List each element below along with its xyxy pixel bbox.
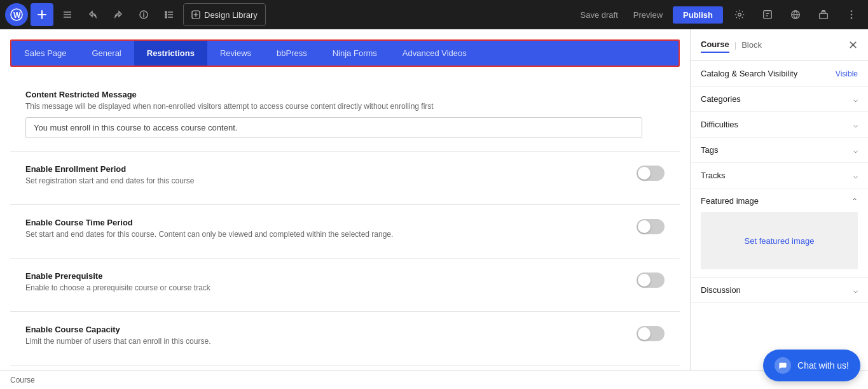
- catalog-label: Catalog & Search Visibility: [701, 69, 797, 78]
- tab-sales-page[interactable]: Sales Page: [11, 41, 79, 66]
- design-library-label: Design Library: [204, 10, 258, 20]
- tools-icon[interactable]: [56, 3, 79, 26]
- course-time-desc: Set start and end dates for this course.…: [25, 230, 637, 239]
- course-time-toggle[interactable]: [637, 219, 665, 234]
- sidebar-body: Catalog & Search Visibility Visible Cate…: [691, 61, 868, 370]
- top-bar-right: Save draft Preview Publish: [575, 3, 863, 26]
- enrollment-period-toggle[interactable]: [637, 166, 665, 181]
- tabs-container: Sales Page General Restrictions Reviews …: [10, 39, 680, 67]
- tabs-row: Sales Page General Restrictions Reviews …: [11, 41, 679, 66]
- bottom-bar: Course: [0, 370, 868, 389]
- sidebar-item-categories[interactable]: Categories ⌵: [691, 87, 868, 112]
- prerequisite-section: Enable Prerequisite Enable to choose a p…: [10, 258, 680, 312]
- difficulties-chevron-icon: ⌵: [853, 120, 858, 129]
- discussion-chevron-icon: ⌵: [853, 286, 858, 295]
- sidebar-item-tags[interactable]: Tags ⌵: [691, 138, 868, 163]
- svg-rect-4: [165, 14, 167, 15]
- content-restricted-section: Content Restricted Message This message …: [10, 77, 680, 152]
- difficulties-label: Difficulties: [701, 120, 738, 129]
- svg-point-7: [738, 13, 741, 17]
- course-time-row: Enable Course Time Period Set start and …: [25, 218, 665, 245]
- categories-chevron-icon: ⌵: [853, 95, 858, 104]
- svg-rect-3: [165, 11, 167, 13]
- redo-icon[interactable]: [107, 3, 130, 26]
- sidebar-item-discussion[interactable]: Discussion ⌵: [691, 278, 868, 303]
- chat-icon: [775, 357, 791, 374]
- tags-chevron-icon: ⌵: [853, 146, 858, 155]
- tab-bbpress[interactable]: bbPress: [264, 41, 320, 66]
- undo-icon[interactable]: [81, 3, 104, 26]
- sidebar-item-catalog[interactable]: Catalog & Search Visibility Visible: [691, 61, 868, 87]
- globe-icon[interactable]: [784, 3, 807, 26]
- list-view-icon[interactable]: [158, 3, 181, 26]
- content-sections: Content Restricted Message This message …: [0, 77, 690, 370]
- prerequisite-toggle[interactable]: [637, 272, 665, 288]
- sidebar-header: Course | Block ✕: [691, 29, 868, 61]
- svg-text:W: W: [13, 11, 21, 20]
- tags-label: Tags: [701, 145, 718, 155]
- content-restricted-title: Content Restricted Message: [25, 90, 665, 99]
- sidebar-tab-block[interactable]: Block: [741, 38, 762, 52]
- course-capacity-text: Enable Course Capacity Limit the number …: [25, 325, 637, 352]
- prerequisite-desc: Enable to choose a prerequisite course o…: [25, 283, 637, 292]
- enrollment-period-desc: Set registration start and end dates for…: [25, 176, 637, 185]
- top-bar: W Design Library Save draft Preview Publ…: [0, 0, 868, 29]
- tracks-label: Tracks: [701, 171, 726, 180]
- add-block-button[interactable]: [31, 3, 53, 26]
- svg-point-11: [851, 10, 853, 12]
- sidebar-featured-image-section: Featured image ⌃ Set featured image: [691, 188, 868, 278]
- enrollment-period-title: Enable Enrollment Period: [25, 164, 637, 174]
- preview-button[interactable]: Preview: [628, 6, 668, 24]
- set-featured-image-link[interactable]: Set featured image: [745, 236, 815, 246]
- svg-rect-8: [764, 11, 772, 19]
- course-capacity-desc: Limit the number of users that can enrol…: [25, 337, 637, 346]
- content-restricted-desc: This message will be displayed when non-…: [25, 102, 665, 111]
- wordpress-logo[interactable]: W: [5, 3, 28, 26]
- sidebar-close-button[interactable]: ✕: [848, 38, 858, 52]
- svg-point-13: [851, 17, 853, 19]
- settings-icon[interactable]: [728, 3, 751, 26]
- prerequisite-title: Enable Prerequisite: [25, 271, 637, 281]
- more-options-icon[interactable]: [840, 3, 863, 26]
- tab-general[interactable]: General: [79, 41, 134, 66]
- chat-widget[interactable]: Chat with us!: [763, 350, 860, 381]
- tracks-chevron-icon: ⌵: [853, 171, 858, 180]
- save-draft-button[interactable]: Save draft: [575, 6, 623, 24]
- main-layout: Sales Page General Restrictions Reviews …: [0, 29, 868, 370]
- catalog-value: Visible: [836, 69, 858, 78]
- plugin-icon[interactable]: [812, 3, 835, 26]
- sidebar-item-difficulties[interactable]: Difficulties ⌵: [691, 112, 868, 138]
- svg-rect-5: [165, 17, 167, 18]
- discussion-label: Discussion: [701, 285, 741, 295]
- course-capacity-section: Enable Course Capacity Limit the number …: [10, 312, 680, 365]
- sidebar-tab-course[interactable]: Course: [701, 37, 729, 53]
- svg-point-12: [851, 14, 853, 16]
- prerequisite-text: Enable Prerequisite Enable to choose a p…: [25, 271, 637, 299]
- course-time-section: Enable Course Time Period Set start and …: [10, 205, 680, 258]
- chat-widget-label: Chat with us!: [797, 360, 849, 371]
- tab-restrictions[interactable]: Restrictions: [134, 41, 207, 66]
- prerequisite-row: Enable Prerequisite Enable to choose a p…: [25, 271, 665, 299]
- tab-reviews[interactable]: Reviews: [207, 41, 264, 66]
- featured-image-chevron-icon[interactable]: ⌃: [851, 197, 858, 206]
- content-area: Sales Page General Restrictions Reviews …: [0, 29, 690, 370]
- design-library-button[interactable]: Design Library: [183, 3, 266, 26]
- publish-button[interactable]: Publish: [673, 6, 723, 24]
- featured-image-header: Featured image ⌃: [701, 196, 858, 206]
- tab-advanced-videos[interactable]: Advanced Videos: [390, 41, 479, 66]
- course-capacity-title: Enable Course Capacity: [25, 325, 637, 334]
- bottom-bar-label: Course: [10, 376, 35, 385]
- editor-icon[interactable]: [756, 3, 779, 26]
- sidebar-item-tracks[interactable]: Tracks ⌵: [691, 163, 868, 188]
- sidebar: Course | Block ✕ Catalog & Search Visibi…: [690, 29, 868, 370]
- course-capacity-toggle[interactable]: [637, 326, 665, 341]
- featured-image-placeholder[interactable]: Set featured image: [701, 212, 858, 269]
- categories-label: Categories: [701, 94, 741, 104]
- content-restricted-input[interactable]: [25, 117, 642, 138]
- info-icon[interactable]: [132, 3, 155, 26]
- tab-ninja-forms[interactable]: Ninja Forms: [320, 41, 390, 66]
- enrollment-period-section: Enable Enrollment Period Set registratio…: [10, 152, 680, 205]
- course-time-text: Enable Course Time Period Set start and …: [25, 218, 637, 245]
- svg-rect-10: [820, 13, 828, 18]
- enrollment-period-text: Enable Enrollment Period Set registratio…: [25, 164, 637, 192]
